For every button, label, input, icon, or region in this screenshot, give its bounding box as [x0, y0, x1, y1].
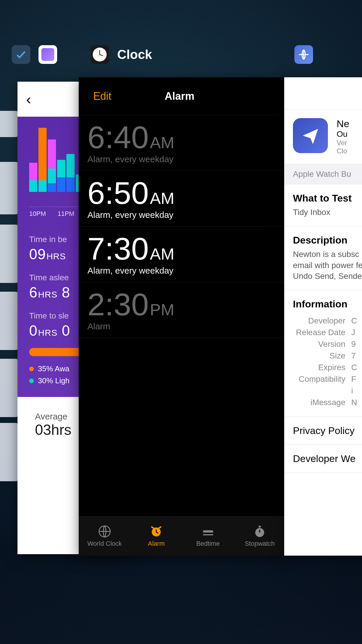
tf-info-row: DeveloperC — [293, 315, 362, 327]
page-title: Alarm — [88, 90, 271, 102]
alarm-time: 2:30PM — [87, 289, 277, 320]
globe-icon — [98, 525, 111, 538]
tf-info-row: Version9 — [293, 338, 362, 350]
stopwatch-icon — [253, 525, 266, 538]
alarm-description: Alarm, every weekday — [87, 266, 277, 276]
tab-world-clock[interactable]: World Clock — [79, 517, 131, 556]
tf-app-name: Ne — [337, 118, 349, 130]
tf-information: Information DeveloperCRelease DateJVersi… — [284, 290, 362, 417]
bed-icon — [201, 525, 215, 538]
alarm-time: 6:40AM — [87, 122, 277, 153]
tf-info-row: i — [293, 385, 362, 397]
testflight-nav — [284, 77, 362, 109]
tf-description: Description Newton is a subsc email with… — [284, 226, 362, 290]
tf-developer-website-link[interactable]: Developer We — [284, 445, 362, 473]
svg-rect-9 — [203, 534, 213, 536]
alarm-time: 6:50AM — [87, 177, 277, 209]
dock-blur — [0, 556, 362, 644]
switcher-header: Clock — [0, 45, 362, 74]
pillow-app-icon[interactable] — [38, 45, 57, 64]
tf-app-subtitle: Ou — [337, 130, 349, 139]
tf-info-row: CompatibilityF — [293, 373, 362, 385]
clock-app-icon[interactable] — [90, 45, 109, 64]
tf-info-row: ExpiresC — [293, 362, 362, 373]
tf-info-row: iMessageN — [293, 397, 362, 408]
switcher-title-clock: Clock — [117, 47, 152, 62]
alarm-list: 6:40AMAlarm, every weekday6:50AMAlarm, e… — [79, 115, 286, 338]
svg-rect-11 — [259, 526, 261, 528]
tab-stopwatch[interactable]: Stopwatch — [234, 517, 286, 556]
clock-nav-bar: Edit Alarm — [79, 77, 286, 115]
tf-info-row: Release DateJ — [293, 327, 362, 338]
tab-alarm[interactable]: Alarm — [131, 517, 182, 556]
alarm-row[interactable]: 2:30PMAlarm — [79, 282, 286, 338]
alarm-description: Alarm, every weekday — [87, 154, 277, 164]
alarm-row[interactable]: 6:50AMAlarm, every weekday — [79, 171, 286, 227]
tf-privacy-policy-link[interactable]: Privacy Policy — [284, 417, 362, 445]
testflight-app-icon[interactable] — [294, 45, 313, 64]
back-chevron-icon[interactable]: ‹ — [26, 91, 31, 108]
newton-app-icon[interactable] — [293, 118, 328, 153]
things-app-icon[interactable] — [12, 45, 30, 64]
tf-what-to-test: What to Test Tidy Inbox — [284, 184, 362, 226]
tf-watch-build-row[interactable]: Apple Watch Bu — [284, 164, 362, 184]
alarm-description: Alarm — [87, 321, 277, 331]
tab-bedtime[interactable]: Bedtime — [182, 517, 234, 556]
tf-app-header: Ne Ou Ver Clo — [284, 109, 362, 164]
alarm-clock-icon — [150, 525, 163, 538]
card-testflight[interactable]: Ne Ou Ver Clo Apple Watch Bu What to Tes… — [284, 77, 362, 556]
alarm-row[interactable]: 6:40AMAlarm, every weekday — [79, 115, 286, 171]
alarm-row[interactable]: 7:30AMAlarm, every weekday — [79, 227, 286, 282]
card-clock[interactable]: Edit Alarm 6:40AMAlarm, every weekday6:5… — [79, 77, 286, 556]
tf-info-row: Size7 — [293, 350, 362, 362]
clock-tab-bar: World Clock Alarm Bedtime Stopwatch — [79, 516, 286, 556]
tf-app-status: Clo — [337, 147, 349, 155]
tf-app-version: Ver — [337, 139, 349, 147]
alarm-description: Alarm, every weekday — [87, 210, 277, 220]
alarm-time: 7:30AM — [87, 233, 277, 265]
